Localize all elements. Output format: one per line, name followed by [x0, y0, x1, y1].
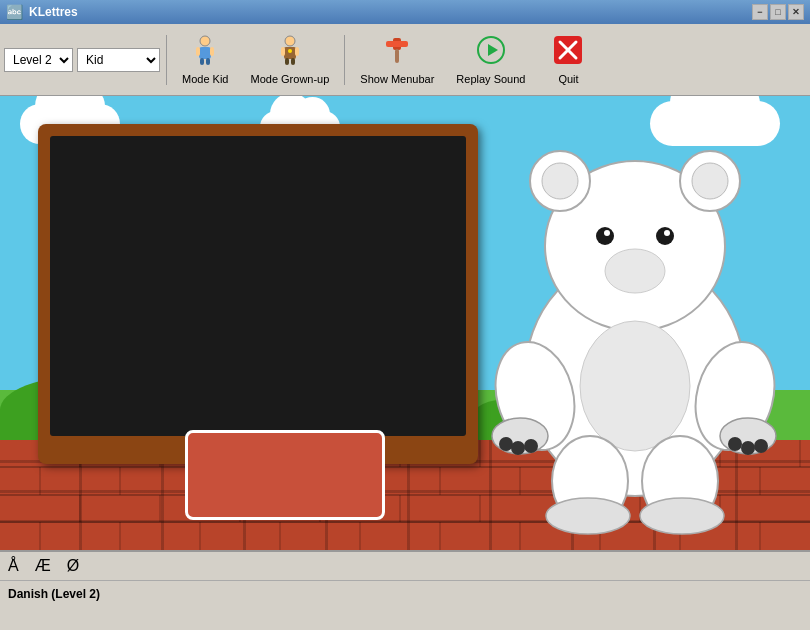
- svg-rect-2: [196, 47, 200, 56]
- svg-point-70: [656, 227, 674, 245]
- svg-point-83: [741, 441, 755, 455]
- show-menubar-button[interactable]: Show Menubar: [351, 27, 443, 92]
- char-o-stroke[interactable]: Ø: [67, 557, 79, 575]
- svg-point-71: [604, 230, 610, 236]
- svg-rect-3: [210, 47, 214, 56]
- mode-kid-icon: [189, 34, 221, 70]
- show-menubar-label: Show Menubar: [360, 73, 434, 85]
- replay-icon: [475, 34, 507, 70]
- svg-point-69: [596, 227, 614, 245]
- toolbar: Level 2 Level 1 Level 3 Level 4 Kid Grow…: [0, 24, 810, 96]
- svg-point-88: [546, 498, 630, 534]
- svg-point-79: [511, 441, 525, 455]
- level-select[interactable]: Level 2 Level 1 Level 3 Level 4: [4, 48, 73, 72]
- toolbar-separator-2: [344, 35, 345, 85]
- close-button[interactable]: ✕: [788, 4, 804, 20]
- titlebar-left: 🔤 KLettres: [6, 4, 78, 20]
- svg-point-80: [524, 439, 538, 453]
- input-area[interactable]: [185, 430, 385, 520]
- svg-rect-4: [200, 58, 204, 65]
- replay-sound-button[interactable]: Replay Sound: [447, 27, 534, 92]
- svg-point-84: [754, 439, 768, 453]
- status-text: Danish (Level 2): [8, 587, 100, 601]
- quit-label: Quit: [558, 73, 578, 85]
- chalkboard-surface: [50, 136, 466, 436]
- svg-point-12: [288, 49, 292, 53]
- svg-rect-14: [395, 49, 399, 63]
- svg-point-82: [728, 437, 742, 451]
- svg-rect-15: [386, 41, 408, 47]
- mode-kid-label: Mode Kid: [182, 73, 228, 85]
- svg-point-66: [542, 163, 578, 199]
- quit-button[interactable]: Quit: [538, 27, 598, 92]
- titlebar-buttons: − □ ✕: [752, 4, 804, 20]
- main-area: [0, 96, 810, 550]
- toolbar-separator-1: [166, 35, 167, 85]
- quit-icon: [552, 34, 584, 70]
- maximize-button[interactable]: □: [770, 4, 786, 20]
- chalkboard-frame: [38, 124, 478, 464]
- char-a-ring[interactable]: Å: [8, 557, 19, 575]
- bear: [480, 106, 790, 536]
- svg-rect-9: [295, 47, 299, 56]
- chalkboard: [38, 124, 478, 464]
- svg-point-72: [664, 230, 670, 236]
- svg-point-0: [200, 36, 210, 46]
- app-icon: 🔤: [6, 4, 23, 20]
- mode-grown-button[interactable]: Mode Grown-up: [241, 27, 338, 92]
- mode-grown-label: Mode Grown-up: [250, 73, 329, 85]
- svg-marker-17: [488, 44, 498, 56]
- svg-point-6: [285, 36, 295, 46]
- titlebar: 🔤 KLettres − □ ✕: [0, 0, 810, 24]
- svg-point-85: [580, 321, 690, 451]
- svg-point-78: [499, 437, 513, 451]
- status-bar: Danish (Level 2): [0, 580, 810, 606]
- mode-select[interactable]: Kid Grown-up: [77, 48, 160, 72]
- svg-point-74: [605, 249, 665, 293]
- minimize-button[interactable]: −: [752, 4, 768, 20]
- app-title: KLettres: [29, 5, 78, 19]
- svg-point-68: [692, 163, 728, 199]
- replay-sound-label: Replay Sound: [456, 73, 525, 85]
- svg-point-89: [640, 498, 724, 534]
- svg-rect-10: [285, 58, 289, 65]
- mode-grown-icon: [274, 34, 306, 70]
- svg-rect-11: [291, 58, 295, 65]
- svg-rect-1: [199, 47, 211, 59]
- char-ae[interactable]: Æ: [35, 557, 51, 575]
- show-menu-icon: [381, 34, 413, 70]
- svg-rect-5: [206, 58, 210, 65]
- mode-kid-button[interactable]: Mode Kid: [173, 27, 237, 92]
- special-chars-bar: Å Æ Ø: [0, 550, 810, 580]
- svg-rect-8: [281, 47, 285, 56]
